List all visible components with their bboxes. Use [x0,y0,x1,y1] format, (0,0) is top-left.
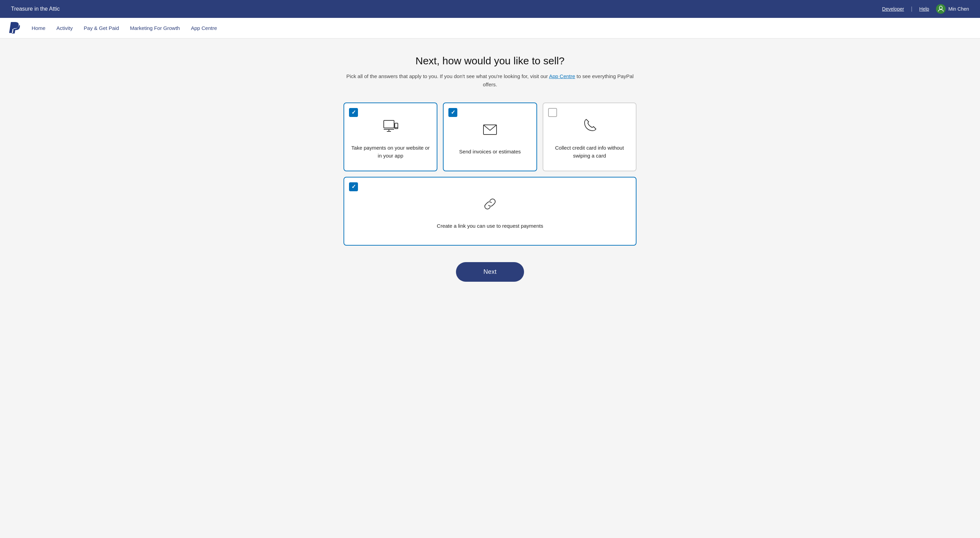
card-label-invoices: Send invoices or estimates [459,148,520,156]
phone-icon [581,118,598,137]
app-title: Treasure in the Attic [11,6,60,12]
checkbox-payment-link[interactable]: ✓ [349,182,358,191]
nav-bar: Home Activity Pay & Get Paid Marketing F… [0,18,980,38]
nav-item-app-centre[interactable]: App Centre [191,24,217,32]
checkbox-box-invoices: ✓ [449,108,457,117]
nav-items: Home Activity Pay & Get Paid Marketing F… [32,24,217,32]
nav-item-activity[interactable]: Activity [56,24,73,32]
card-inner-website-app: Take payments on your website or in your… [351,110,430,164]
card-label-credit-card: Collect credit card info without swiping… [550,144,629,159]
nav-item-pay-get-paid[interactable]: Pay & Get Paid [84,24,119,32]
checkmark-invoices: ✓ [451,110,455,115]
cards-row: ✓ Take payments on your [344,102,636,171]
paypal-logo[interactable] [8,22,21,34]
card-inner-invoices: Send invoices or estimates [450,110,529,164]
main-content: Next, how would you like to sell? Pick a… [335,38,645,309]
user-name: Min Chen [948,6,969,12]
app-centre-link[interactable]: App Centre [549,73,575,79]
page-title: Next, how would you like to sell? [344,55,636,67]
card-invoices[interactable]: ✓ Send invoices or estimates [443,102,537,171]
checkbox-website-app[interactable]: ✓ [349,108,358,117]
card-credit-card[interactable]: Collect credit card info without swiping… [542,102,636,171]
checkbox-box-payment-link: ✓ [349,182,358,191]
top-bar-right: Developer | Help Min Chen [882,4,969,14]
user-menu[interactable]: Min Chen [936,4,969,14]
checkbox-credit-card[interactable] [548,108,557,117]
checkmark-payment-link: ✓ [352,184,356,189]
next-button[interactable]: Next [456,262,524,282]
link-icon [482,196,498,215]
avatar [936,4,946,14]
svg-rect-0 [384,120,394,128]
checkbox-box-website-app: ✓ [349,108,358,117]
subtitle-before: Pick all of the answers that apply to yo… [346,73,549,79]
top-bar: Treasure in the Attic Developer | Help M… [0,0,980,18]
help-link[interactable]: Help [919,6,929,12]
button-row: Next [344,262,636,282]
page-subtitle: Pick all of the answers that apply to yo… [344,72,636,89]
card-label-payment-link: Create a link you can use to request pay… [437,222,543,230]
card-inner-credit-card: Collect credit card info without swiping… [550,110,629,164]
page-wrapper: Next, how would you like to sell? Pick a… [0,38,980,538]
checkbox-box-credit-card [548,108,557,117]
card-label-website-app: Take payments on your website or in your… [351,144,430,159]
checkmark-website-app: ✓ [352,110,356,115]
card-payment-link[interactable]: ✓ Create a link you can use to request p… [344,177,636,246]
nav-item-home[interactable]: Home [32,24,45,32]
card-inner-payment-link: Create a link you can use to request pay… [351,185,629,238]
card-website-app[interactable]: ✓ Take payments on your [344,102,438,171]
nav-item-marketing[interactable]: Marketing For Growth [130,24,180,32]
checkbox-invoices[interactable]: ✓ [449,108,457,117]
developer-link[interactable]: Developer [882,6,904,12]
envelope-icon [482,121,498,141]
monitor-phone-icon [382,118,399,137]
